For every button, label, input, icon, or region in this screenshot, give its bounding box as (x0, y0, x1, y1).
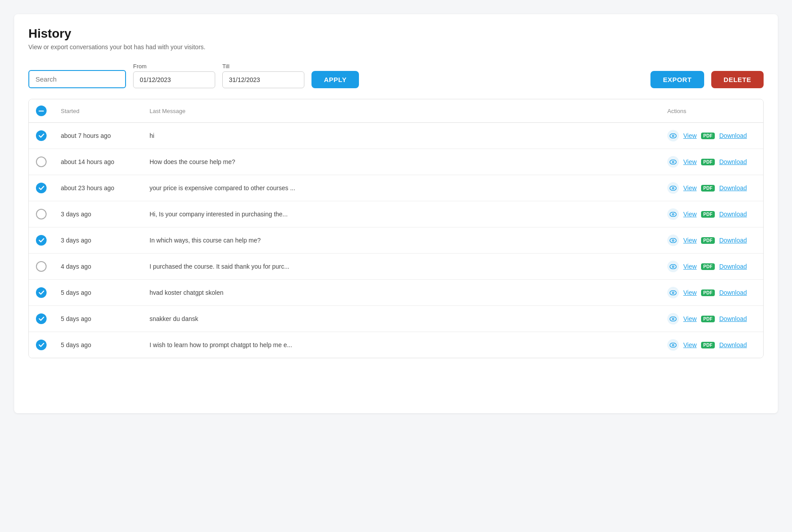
col-actions-header: Actions (667, 108, 756, 114)
pdf-badge: PDF (701, 237, 715, 244)
svg-rect-0 (39, 110, 44, 111)
download-button[interactable]: Download (719, 211, 747, 218)
header-checkbox-col[interactable] (36, 106, 61, 116)
actions-col: View PDF Download (667, 313, 756, 325)
checkbox-col (36, 235, 61, 246)
download-button[interactable]: Download (719, 315, 747, 322)
row-checkbox[interactable] (36, 235, 47, 246)
svg-point-12 (673, 214, 674, 215)
download-button[interactable]: Download (719, 184, 747, 192)
page-container: History View or export conversations you… (14, 14, 778, 413)
row-checkbox[interactable] (36, 156, 47, 167)
actions-col: View PDF Download (667, 130, 756, 141)
view-button[interactable]: View (683, 237, 697, 244)
actions-col: View PDF Download (667, 339, 756, 351)
view-button[interactable]: View (683, 132, 697, 139)
actions-col: View PDF Download (667, 182, 756, 194)
eye-icon (667, 208, 679, 220)
col-started-header: Started (61, 108, 150, 114)
message-cell: hvad koster chatgpt skolen (150, 289, 667, 296)
till-label: Till (222, 63, 304, 70)
pdf-badge: PDF (701, 185, 715, 192)
svg-point-9 (673, 188, 674, 188)
table-row: about 23 hours ago your price is expensi… (29, 175, 763, 201)
message-cell: hi (150, 132, 667, 139)
table-row: 4 days ago I purchased the course. It sa… (29, 254, 763, 280)
message-cell: I wish to learn how to prompt chatgpt to… (150, 341, 667, 348)
select-all-checkbox[interactable] (36, 106, 47, 116)
svg-point-18 (673, 266, 674, 267)
svg-point-6 (673, 161, 674, 162)
pdf-badge: PDF (701, 289, 715, 296)
started-cell: 5 days ago (61, 289, 150, 296)
till-date-input[interactable] (222, 71, 304, 88)
download-button[interactable]: Download (719, 237, 747, 244)
checkbox-col (36, 156, 61, 167)
view-button[interactable]: View (683, 341, 697, 348)
row-checkbox[interactable] (36, 183, 47, 193)
eye-icon (667, 287, 679, 298)
message-cell: Hi, Is your company interested in purcha… (150, 211, 667, 218)
download-button[interactable]: Download (719, 289, 747, 296)
pdf-badge: PDF (701, 211, 715, 218)
table-row: about 7 hours ago hi View PDF Download (29, 123, 763, 149)
delete-button[interactable]: DELETE (711, 71, 764, 88)
table-row: about 14 hours ago How does the course h… (29, 149, 763, 175)
from-date-group: From (133, 63, 215, 88)
svg-point-15 (673, 240, 674, 241)
download-button[interactable]: Download (719, 341, 747, 348)
view-button[interactable]: View (683, 211, 697, 218)
download-button[interactable]: Download (719, 158, 747, 165)
from-date-input[interactable] (133, 71, 215, 88)
eye-icon (667, 130, 679, 141)
row-checkbox[interactable] (36, 261, 47, 272)
svg-point-24 (673, 318, 674, 319)
message-cell: your price is expensive compared to othe… (150, 184, 667, 192)
message-cell: How does the course help me? (150, 158, 667, 165)
search-input[interactable] (28, 70, 126, 88)
till-date-group: Till (222, 63, 304, 88)
checkbox-col (36, 340, 61, 350)
view-button[interactable]: View (683, 263, 697, 270)
download-button[interactable]: Download (719, 263, 747, 270)
page-subtitle: View or export conversations your bot ha… (28, 43, 764, 51)
table-body: about 7 hours ago hi View PDF Download a… (29, 123, 763, 358)
started-cell: about 7 hours ago (61, 132, 150, 139)
started-cell: 3 days ago (61, 237, 150, 244)
view-button[interactable]: View (683, 315, 697, 322)
checkbox-col (36, 209, 61, 219)
view-button[interactable]: View (683, 184, 697, 192)
eye-icon (667, 235, 679, 246)
row-checkbox[interactable] (36, 287, 47, 298)
svg-point-27 (673, 344, 674, 345)
eye-icon (667, 261, 679, 272)
row-checkbox[interactable] (36, 130, 47, 141)
started-cell: 5 days ago (61, 341, 150, 348)
actions-col: View PDF Download (667, 261, 756, 272)
view-button[interactable]: View (683, 158, 697, 165)
checkbox-col (36, 261, 61, 272)
apply-button[interactable]: APPLY (311, 71, 359, 88)
actions-col: View PDF Download (667, 235, 756, 246)
svg-point-21 (673, 292, 674, 293)
view-button[interactable]: View (683, 289, 697, 296)
checkbox-col (36, 287, 61, 298)
row-checkbox[interactable] (36, 340, 47, 350)
started-cell: about 14 hours ago (61, 158, 150, 165)
checkbox-col (36, 130, 61, 141)
row-checkbox[interactable] (36, 313, 47, 324)
page-title: History (28, 27, 764, 41)
from-label: From (133, 63, 215, 70)
checkbox-col (36, 183, 61, 193)
table-row: 5 days ago hvad koster chatgpt skolen Vi… (29, 280, 763, 306)
export-button[interactable]: EXPORT (650, 71, 704, 88)
history-table: Started Last Message Actions about 7 hou… (28, 99, 764, 358)
table-row: 5 days ago I wish to learn how to prompt… (29, 332, 763, 358)
col-last-message-header: Last Message (150, 108, 667, 114)
started-cell: 3 days ago (61, 211, 150, 218)
download-button[interactable]: Download (719, 132, 747, 139)
table-header: Started Last Message Actions (29, 99, 763, 123)
row-checkbox[interactable] (36, 209, 47, 219)
pdf-badge: PDF (701, 133, 715, 139)
table-row: 5 days ago snakker du dansk View PDF Dow… (29, 306, 763, 332)
